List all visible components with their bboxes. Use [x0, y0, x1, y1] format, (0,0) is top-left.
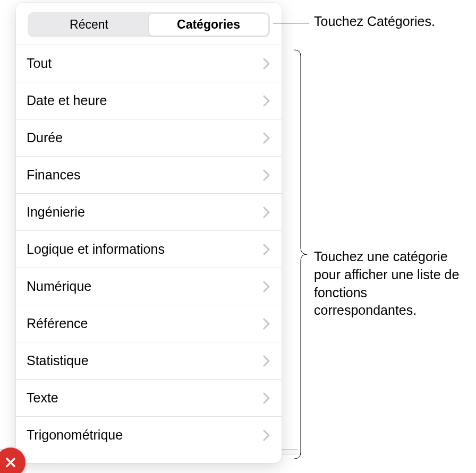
chevron-right-icon	[263, 355, 270, 367]
category-row[interactable]: Ingénierie	[16, 194, 282, 231]
category-row[interactable]: Logique et informations	[16, 231, 282, 268]
function-browser-popover: Récent Catégories Tout Date et heure Dur…	[16, 3, 282, 463]
category-label: Référence	[27, 316, 88, 331]
category-row[interactable]: Durée	[16, 119, 282, 157]
category-row[interactable]: Trigonométrique	[16, 417, 282, 453]
chevron-right-icon	[263, 95, 270, 107]
category-label: Tout	[27, 56, 52, 71]
callout-bracket	[294, 49, 309, 459]
category-row[interactable]: Finances	[16, 157, 282, 194]
category-label: Numérique	[27, 279, 91, 294]
segmented-control: Récent Catégories	[28, 12, 270, 37]
close-icon	[4, 456, 17, 469]
category-row[interactable]: Statistique	[16, 342, 282, 380]
category-row[interactable]: Date et heure	[16, 82, 282, 119]
chevron-right-icon	[263, 207, 270, 218]
chevron-right-icon	[263, 429, 270, 441]
category-label: Logique et informations	[27, 242, 165, 257]
tab-recent-label: Récent	[70, 18, 108, 31]
callout-text: Touchez Catégories.	[314, 14, 435, 29]
chevron-right-icon	[263, 169, 270, 181]
category-row[interactable]: Tout	[16, 45, 282, 82]
category-label: Finances	[27, 167, 80, 183]
chevron-right-icon	[263, 244, 270, 255]
tab-categories[interactable]: Catégories	[149, 14, 268, 36]
category-row[interactable]: Référence	[16, 305, 282, 342]
categories-list: Tout Date et heure Durée Finances Ingéni…	[16, 45, 282, 453]
category-label: Date et heure	[27, 93, 107, 108]
category-label: Texte	[27, 390, 58, 406]
tab-recent[interactable]: Récent	[29, 14, 149, 36]
category-label: Durée	[27, 130, 63, 145]
callout-list: Touchez une catégorie pour afficher une …	[314, 248, 468, 320]
callout-categories: Touchez Catégories.	[314, 13, 435, 31]
category-row[interactable]: Texte	[16, 380, 282, 417]
chevron-right-icon	[263, 132, 270, 144]
chevron-right-icon	[263, 281, 270, 293]
chevron-right-icon	[263, 392, 270, 404]
chevron-right-icon	[263, 318, 270, 330]
chevron-right-icon	[263, 58, 270, 70]
category-label: Ingénierie	[27, 204, 85, 220]
callout-leader-line	[273, 23, 309, 23]
callout-text: Touchez une catégorie pour afficher une …	[314, 249, 459, 317]
tab-categories-label: Catégories	[177, 18, 240, 31]
category-label: Statistique	[27, 353, 89, 368]
category-row[interactable]: Numérique	[16, 268, 282, 305]
category-label: Trigonométrique	[27, 427, 123, 443]
